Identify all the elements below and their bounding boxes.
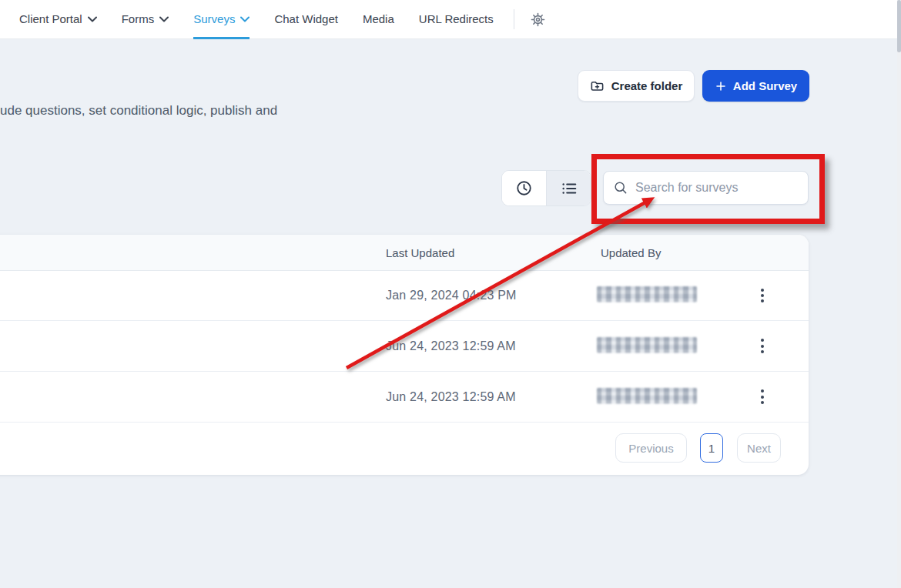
pagination: Previous 1 Next: [0, 423, 809, 475]
chevron-down-icon: [88, 16, 97, 22]
last-updated-cell: Jun 24, 2023 12:59 AM: [386, 321, 516, 371]
chevron-down-icon: [159, 16, 169, 22]
top-navigation: Client Portal Forms Surveys Chat Widget …: [0, 0, 901, 39]
last-updated-cell: Jan 29, 2024 04:23 PM: [386, 271, 517, 320]
table-header-row: Last Updated Updated By: [0, 235, 809, 271]
column-header-updated-by: Updated By: [601, 235, 661, 271]
nav-item-media[interactable]: Media: [363, 0, 394, 39]
previous-page-button[interactable]: Previous: [615, 433, 687, 463]
nav-item-chat-widget[interactable]: Chat Widget: [274, 0, 338, 39]
table-row[interactable]: Jun 24, 2023 12:59 AM: [0, 321, 809, 372]
nav-label: Surveys: [193, 12, 235, 25]
list-view-button[interactable]: [546, 171, 591, 205]
scrollbar-thumb[interactable]: [897, 0, 901, 52]
last-updated-cell: Jun 24, 2023 12:59 AM: [386, 372, 516, 422]
view-toggle-group: [501, 170, 591, 206]
scrollbar-track[interactable]: [897, 0, 901, 588]
surveys-page: Client Portal Forms Surveys Chat Widget …: [0, 0, 901, 588]
folder-plus-icon: [590, 79, 605, 93]
create-folder-label: Create folder: [611, 79, 683, 92]
row-menu-button[interactable]: [752, 334, 773, 359]
create-folder-button[interactable]: Create folder: [578, 70, 695, 102]
column-header-last-updated: Last Updated: [386, 235, 454, 271]
updated-by-redacted: [597, 286, 697, 302]
search-input[interactable]: [603, 171, 809, 205]
clock-icon: [515, 179, 533, 197]
nav-divider: [514, 9, 514, 29]
plus-icon: [715, 80, 727, 92]
row-menu-button[interactable]: [752, 385, 773, 409]
next-page-button[interactable]: Next: [737, 433, 781, 463]
page-description-partial: ude questions, set conditional logic, pu…: [0, 103, 277, 119]
search-container: [603, 171, 809, 205]
nav-item-client-portal[interactable]: Client Portal: [19, 0, 97, 39]
nav-label: Forms: [122, 12, 155, 25]
table-row[interactable]: Jan 29, 2024 04:23 PM: [0, 271, 809, 321]
nav-label: Chat Widget: [274, 12, 338, 25]
nav-label: Client Portal: [19, 12, 82, 25]
updated-by-redacted: [597, 336, 697, 352]
list-icon: [561, 180, 578, 197]
row-menu-button[interactable]: [752, 283, 773, 308]
chevron-down-icon: [240, 16, 250, 22]
nav-label: URL Redirects: [419, 12, 494, 25]
recent-view-button[interactable]: [502, 171, 546, 205]
page-1-button[interactable]: 1: [700, 433, 723, 463]
surveys-table-card: Last Updated Updated By Jan 29, 2024 04:…: [0, 235, 809, 475]
table-row[interactable]: Jun 24, 2023 12:59 AM: [0, 372, 809, 423]
add-survey-label: Add Survey: [733, 79, 797, 92]
nav-label: Media: [363, 12, 394, 25]
add-survey-button[interactable]: Add Survey: [702, 70, 809, 102]
nav-item-forms[interactable]: Forms: [122, 0, 169, 39]
nav-item-url-redirects[interactable]: URL Redirects: [419, 0, 494, 39]
gear-icon: [530, 12, 546, 28]
updated-by-redacted: [597, 387, 697, 403]
settings-button[interactable]: [525, 0, 551, 39]
nav-item-surveys[interactable]: Surveys: [193, 0, 250, 39]
